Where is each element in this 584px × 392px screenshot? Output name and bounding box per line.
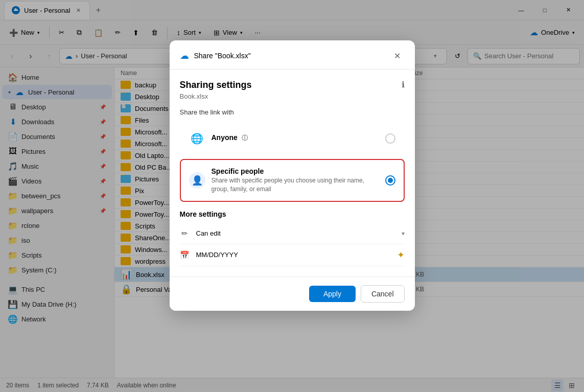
specific-people-radio[interactable] <box>385 175 395 186</box>
modal-title-left: ☁ Share "Book.xlsx" <box>180 50 251 61</box>
specific-people-option[interactable]: 👤 Specific people Share with specific pe… <box>180 159 405 202</box>
modal-titlebar: ☁ Share "Book.xlsx" ✕ <box>170 40 415 70</box>
modal-body: ℹ Sharing settings Book.xlsx Share the l… <box>170 70 415 276</box>
date-setting[interactable]: 📅 MM/DD/YYYY ✦ <box>180 244 405 266</box>
info-icon[interactable]: ℹ <box>402 80 405 89</box>
anyone-info-icon: ⓘ <box>242 134 248 142</box>
share-modal: ☁ Share "Book.xlsx" ✕ ℹ Sharing settings… <box>170 40 415 311</box>
can-edit-setting[interactable]: ✏ Can edit ▾ <box>180 223 405 244</box>
sharing-settings-subtitle: Book.xlsx <box>180 93 405 100</box>
globe-icon: 🌐 <box>189 130 205 147</box>
share-link-label: Share the link with <box>180 108 405 116</box>
modal-close-button[interactable]: ✕ <box>390 49 405 63</box>
apply-button[interactable]: Apply <box>309 286 356 302</box>
cancel-button[interactable]: Cancel <box>361 285 405 303</box>
anyone-radio[interactable] <box>385 133 395 144</box>
add-date-icon: ✦ <box>397 249 405 261</box>
modal-cloud-icon: ☁ <box>180 50 189 61</box>
calendar-icon: 📅 <box>180 250 190 260</box>
can-edit-chevron-icon: ▾ <box>402 230 405 237</box>
sharing-settings-title: Sharing settings <box>180 80 405 90</box>
specific-option-content: Specific people Share with specific peop… <box>212 167 379 194</box>
modal-overlay: ☁ Share "Book.xlsx" ✕ ℹ Sharing settings… <box>0 0 584 392</box>
anyone-option-content: Anyone ⓘ <box>212 133 379 144</box>
more-settings-title: More settings <box>180 210 405 218</box>
modal-footer: Apply Cancel <box>170 276 415 311</box>
person-icon: 👤 <box>189 172 205 189</box>
modal-title: Share "Book.xlsx" <box>194 52 251 60</box>
anyone-option[interactable]: 🌐 Anyone ⓘ <box>180 122 405 155</box>
pencil-icon: ✏ <box>180 228 190 239</box>
